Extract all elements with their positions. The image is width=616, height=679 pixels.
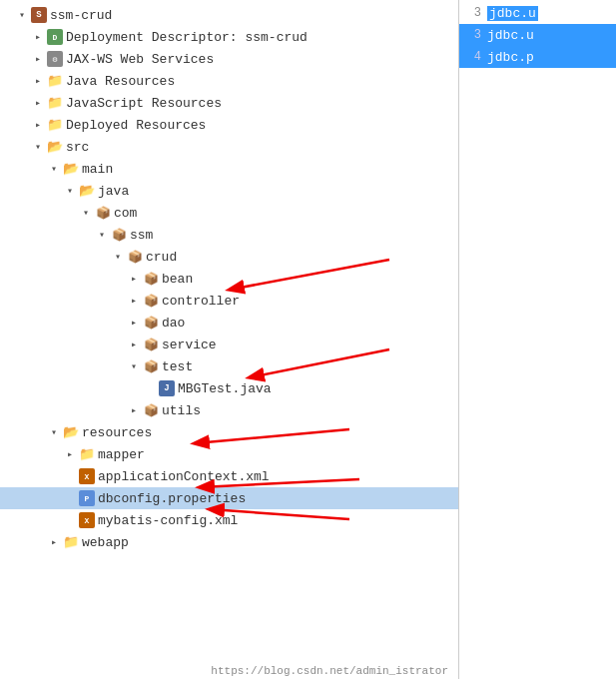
- tree-item-mapper[interactable]: 📁 mapper: [0, 443, 458, 465]
- tree-label: utils: [162, 403, 201, 418]
- tree-item-js-resources[interactable]: 📁 JavaScript Resources: [0, 92, 458, 114]
- expand-arrow: [48, 536, 60, 548]
- tree-label: mybatis-config.xml: [98, 513, 238, 528]
- code-area: 3 jdbc.u 3 jdbc.u 4 jdbc.p: [459, 0, 616, 70]
- tree-item-service[interactable]: 📦 service: [0, 334, 458, 355]
- code-content: jdbc.u: [487, 6, 538, 21]
- tree-label: applicationContext.xml: [98, 469, 270, 484]
- tree-label: test: [162, 359, 193, 374]
- no-arrow: [144, 382, 156, 394]
- expand-arrow: [128, 404, 140, 416]
- code-panel: 3 jdbc.u 3 jdbc.u 4 jdbc.p: [459, 0, 616, 679]
- pkg-icon: 📦: [143, 358, 159, 374]
- tree-item-ssm-crud[interactable]: ssm-crud: [0, 4, 458, 26]
- folder-open-icon: 📂: [63, 161, 79, 177]
- tree-item-test[interactable]: 📦 test: [0, 355, 458, 377]
- tree-item-webapp[interactable]: 📁 webapp: [0, 531, 458, 553]
- file-tree-panel: ssm-crud Deployment Descriptor: ssm-crud…: [0, 0, 459, 679]
- tree-item-java-resources[interactable]: 📁 Java Resources: [0, 70, 458, 92]
- jaxws-icon: [47, 51, 63, 67]
- tree-label: crud: [146, 250, 177, 265]
- tree-item-mybatis[interactable]: mybatis-config.xml: [0, 509, 458, 531]
- tree-label: src: [66, 140, 89, 155]
- expand-arrow: [32, 75, 44, 87]
- line-number: 3: [463, 6, 481, 20]
- tree-item-bean[interactable]: 📦 bean: [0, 268, 458, 290]
- tree-label: Deployed Resources: [66, 118, 206, 133]
- tree-item-crud[interactable]: 📦 crud: [0, 246, 458, 268]
- tree-label: dbconfig.properties: [98, 491, 246, 506]
- tree-item-java[interactable]: 📂 java: [0, 180, 458, 202]
- tree-label: MBGTest.java: [178, 381, 272, 396]
- tree-label: com: [114, 206, 137, 221]
- no-arrow: [64, 470, 76, 482]
- tree-label: ssm-crud: [50, 8, 112, 23]
- line-number: 3: [463, 28, 481, 42]
- tree-item-utils[interactable]: 📦 utils: [0, 399, 458, 421]
- footer-url: https://blog.csdn.net/admin_istrator: [211, 665, 448, 677]
- tree-label: ssm: [130, 228, 153, 243]
- props-file-icon: [79, 490, 95, 506]
- tree-label: Deployment Descriptor: ssm-crud: [66, 30, 308, 45]
- tree-label: bean: [162, 272, 193, 287]
- tree-label: webapp: [82, 535, 129, 550]
- tree-item-deployed-resources[interactable]: 📁 Deployed Resources: [0, 114, 458, 136]
- code-content: jdbc.p: [487, 50, 534, 65]
- tree-item-mbgtest[interactable]: MBGTest.java: [0, 377, 458, 399]
- xml-file-icon: [79, 512, 95, 528]
- tree-item-dbconfig[interactable]: dbconfig.properties: [0, 487, 458, 509]
- project-icon: [31, 7, 47, 23]
- expand-arrow: [128, 317, 140, 329]
- tree-label: JAX-WS Web Services: [66, 52, 214, 67]
- code-line-3: 4 jdbc.p: [459, 46, 616, 68]
- expand-arrow: [32, 141, 44, 153]
- project-tree: ssm-crud Deployment Descriptor: ssm-crud…: [0, 0, 458, 557]
- tree-label: Java Resources: [66, 74, 175, 89]
- tree-item-controller[interactable]: 📦 controller: [0, 290, 458, 312]
- no-arrow: [64, 514, 76, 526]
- folder-icon: 📁: [63, 534, 79, 550]
- tree-item-jaxws[interactable]: JAX-WS Web Services: [0, 48, 458, 70]
- tree-item-main[interactable]: 📂 main: [0, 158, 458, 180]
- tree-label: main: [82, 162, 113, 177]
- java-file-icon: [159, 380, 175, 396]
- code-line-2: 3 jdbc.u: [459, 24, 616, 46]
- tree-item-com[interactable]: 📦 com: [0, 202, 458, 224]
- pkg-icon: 📦: [143, 315, 159, 331]
- pkg-icon: 📦: [127, 249, 143, 265]
- folder-icon: 📁: [47, 95, 63, 111]
- deployment-icon: [47, 29, 63, 45]
- tree-label: controller: [162, 294, 240, 309]
- tree-item-src[interactable]: 📂 src: [0, 136, 458, 158]
- tree-item-ssm[interactable]: 📦 ssm: [0, 224, 458, 246]
- folder-icon: 📁: [47, 73, 63, 89]
- tree-label: service: [162, 338, 217, 352]
- expand-arrow: [32, 97, 44, 109]
- expand-arrow: [112, 251, 124, 263]
- tree-label: JavaScript Resources: [66, 96, 222, 111]
- expand-arrow: [32, 31, 44, 43]
- tree-label: mapper: [98, 447, 145, 462]
- tree-item-resources[interactable]: 📂 resources: [0, 421, 458, 443]
- folder-open-icon: 📂: [79, 183, 95, 199]
- expand-arrow: [48, 163, 60, 175]
- tree-item-dao[interactable]: 📦 dao: [0, 312, 458, 334]
- expand-arrow: [64, 185, 76, 197]
- expand-arrow: [80, 207, 92, 219]
- tree-item-appcontext[interactable]: applicationContext.xml: [0, 465, 458, 487]
- folder-open-icon: 📂: [63, 424, 79, 440]
- expand-arrow: [32, 119, 44, 131]
- pkg-icon: 📦: [143, 337, 159, 352]
- no-arrow: [64, 492, 76, 504]
- tree-item-deployment[interactable]: Deployment Descriptor: ssm-crud: [0, 26, 458, 48]
- code-line-1: 3 jdbc.u: [459, 2, 616, 24]
- expand-arrow: [128, 273, 140, 285]
- tree-label: java: [98, 184, 129, 199]
- tree-label: resources: [82, 425, 152, 440]
- expand-arrow: [64, 448, 76, 460]
- pkg-icon: 📦: [95, 205, 111, 221]
- expand-arrow: [32, 53, 44, 65]
- expand-arrow: [16, 9, 28, 21]
- line-number: 4: [463, 50, 481, 64]
- expand-arrow: [96, 229, 108, 241]
